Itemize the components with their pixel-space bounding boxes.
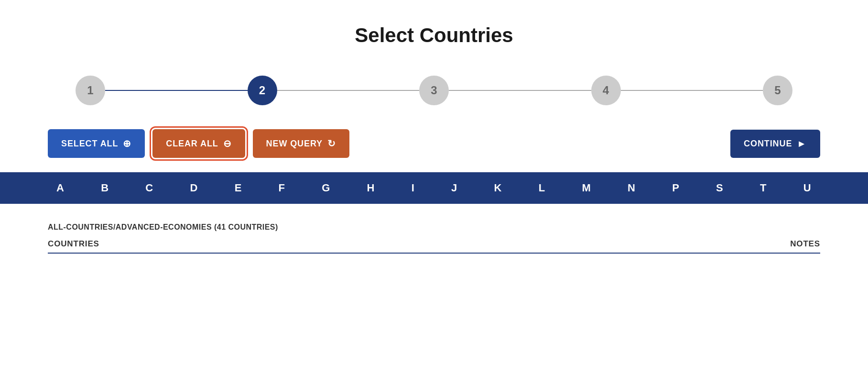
alphabet-letter-e[interactable]: E	[231, 180, 246, 196]
alphabet-letter-f[interactable]: F	[275, 180, 290, 196]
section-heading: ALL-COUNTRIES/ADVANCED-ECONOMIES (41 COU…	[48, 223, 820, 232]
continue-button[interactable]: CONTINUE ►	[730, 130, 820, 158]
alphabet-letter-u[interactable]: U	[800, 180, 815, 196]
alphabet-letter-a[interactable]: A	[53, 180, 68, 196]
clear-all-label: CLEAR ALL	[166, 139, 218, 149]
step-5[interactable]: 5	[763, 76, 792, 105]
alphabet-letter-h[interactable]: H	[363, 180, 379, 196]
col-notes: NOTES	[790, 239, 820, 249]
new-query-button[interactable]: NEW QUERY ↻	[253, 129, 349, 158]
alphabet-bar: ABCDEFGHIJKLMNPSTU	[0, 172, 868, 204]
step-line-4	[621, 90, 763, 91]
step-4[interactable]: 4	[591, 76, 621, 105]
step-2[interactable]: 2	[248, 76, 277, 105]
alphabet-letter-s[interactable]: S	[712, 180, 727, 196]
alphabet-letter-g[interactable]: G	[318, 180, 334, 196]
continue-label: CONTINUE	[744, 139, 792, 149]
content-area: ALL-COUNTRIES/ADVANCED-ECONOMIES (41 COU…	[0, 204, 868, 263]
alphabet-letter-p[interactable]: P	[668, 180, 684, 196]
alphabet-letter-b[interactable]: B	[97, 180, 113, 196]
alphabet-letter-m[interactable]: M	[578, 180, 595, 196]
step-line-2	[277, 90, 420, 91]
page-title: Select Countries	[0, 0, 868, 66]
alphabet-letter-l[interactable]: L	[535, 180, 550, 196]
select-all-button[interactable]: SELECT ALL ⊕	[48, 129, 145, 158]
step-3[interactable]: 3	[419, 76, 449, 105]
stepper: 1 2 3 4 5	[0, 66, 868, 124]
col-countries: COUNTRIES	[48, 239, 99, 249]
new-query-label: NEW QUERY	[266, 139, 323, 149]
alphabet-letter-n[interactable]: N	[624, 180, 640, 196]
step-line-3	[449, 90, 591, 91]
chevron-right-circle-icon: ►	[797, 138, 807, 149]
step-1[interactable]: 1	[76, 76, 105, 105]
table-header: COUNTRIES NOTES	[48, 239, 820, 254]
action-buttons-row: SELECT ALL ⊕ CLEAR ALL ⊖ NEW QUERY ↻ CON…	[0, 124, 868, 167]
refresh-icon: ↻	[327, 138, 336, 149]
alphabet-letter-c[interactable]: C	[141, 180, 157, 196]
alphabet-letter-t[interactable]: T	[756, 180, 771, 196]
step-line-1	[105, 90, 248, 91]
alphabet-letter-i[interactable]: I	[408, 180, 419, 196]
plus-circle-icon: ⊕	[123, 138, 131, 149]
alphabet-letter-j[interactable]: J	[447, 180, 461, 196]
clear-all-button[interactable]: CLEAR ALL ⊖	[152, 129, 245, 158]
alphabet-letter-k[interactable]: K	[490, 180, 506, 196]
minus-circle-icon: ⊖	[223, 138, 232, 149]
alphabet-letter-d[interactable]: D	[186, 180, 202, 196]
select-all-label: SELECT ALL	[61, 139, 118, 149]
